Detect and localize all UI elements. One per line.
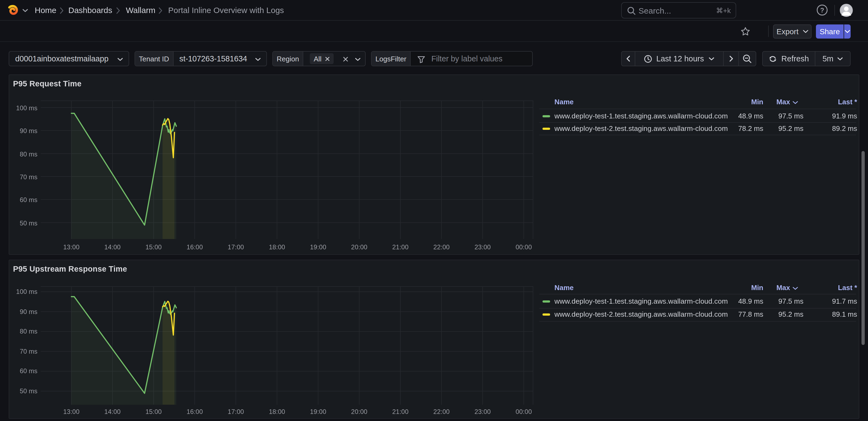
svg-text:?: ? [820,6,824,14]
